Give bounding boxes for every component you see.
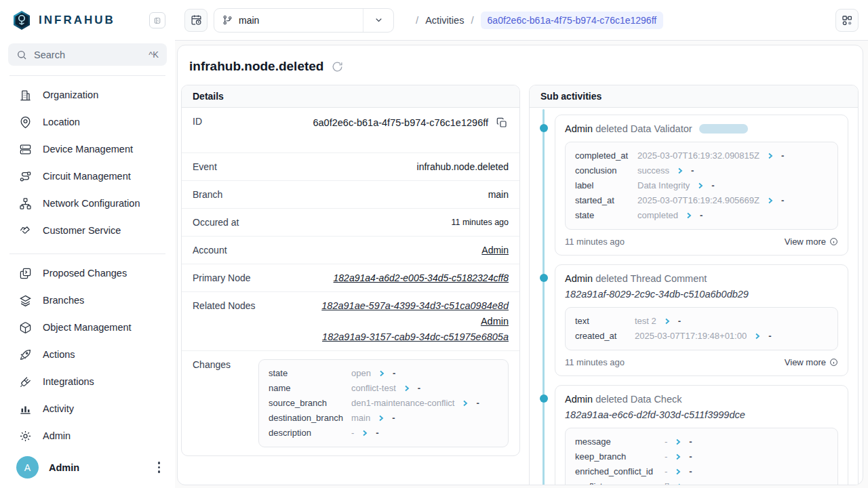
detail-row-related-nodes: Related Nodes 182a91ae-597a-4399-34d3-c5…	[182, 291, 519, 350]
sidebar-item-device-management[interactable]: Device Management	[0, 136, 175, 163]
change-old-value: conflict-test	[351, 381, 396, 396]
sidebar-item-network-configuration[interactable]: Network Configuration	[0, 190, 175, 217]
related-node-link[interactable]: Admin	[481, 316, 509, 327]
sidebar-collapse-button[interactable]	[149, 12, 165, 28]
sidebar-item-object-management[interactable]: Object Management	[0, 314, 175, 341]
change-row: destination_branch main -	[269, 411, 498, 426]
details-panel-title: Details	[182, 85, 519, 108]
change-new-value: -	[393, 366, 395, 381]
timeline-dot	[540, 394, 548, 403]
prop-row: text test 2 -	[575, 314, 828, 329]
chevron-right-icon	[675, 453, 682, 460]
chevron-right-icon	[675, 439, 682, 445]
timeline-line	[542, 109, 545, 485]
primary-node-link[interactable]: 182a91a4-a6d2-e005-34d5-c5182324cff8	[334, 272, 509, 283]
prop-new-value: -	[678, 314, 681, 329]
refresh-button[interactable]	[330, 60, 344, 74]
plug-icon	[19, 375, 32, 388]
prop-key: created_at	[575, 329, 635, 344]
change-new-value: -	[418, 381, 420, 396]
sidebar-item-location[interactable]: Location	[0, 108, 175, 136]
branch-selector[interactable]: main	[214, 8, 394, 33]
activity-action: deleted Data Validator	[595, 123, 692, 134]
change-key: description	[269, 426, 351, 441]
sidebar-item-label: Actions	[43, 349, 75, 360]
breadcrumb-activity-id[interactable]: 6a0f2e6c-b61a-4f75-b974-c76c1e1296ff	[481, 12, 664, 29]
activity-actor: Admin	[565, 273, 593, 284]
infrahub-logo-icon	[11, 9, 33, 31]
detail-row-changes: Changes state open - name conflict-test	[182, 350, 519, 455]
chevron-right-icon	[403, 385, 410, 392]
detail-row-occured-at: Occured at 11 minutes ago	[182, 208, 519, 236]
handshake-icon	[19, 224, 32, 237]
copy-icon	[496, 117, 507, 128]
sidebar-item-admin[interactable]: Admin	[0, 422, 175, 449]
activity-footer: 11 minutes ago View more	[565, 237, 838, 247]
prop-new-value: -	[781, 193, 784, 208]
prop-old-value: Data Integrity	[637, 178, 690, 193]
sidebar-item-circuit-management[interactable]: Circuit Management	[0, 163, 175, 190]
prop-old-value: []	[665, 479, 669, 485]
account-link[interactable]: Admin	[481, 245, 509, 256]
sidebar-item-branches[interactable]: Branches	[0, 287, 175, 314]
sidebar-item-label: Activity	[43, 403, 74, 414]
prop-new-value: -	[689, 464, 692, 479]
breadcrumb: / Activities / 6a0f2e6c-b61a-4f75-b974-c…	[409, 12, 835, 29]
sidebar-item-activity[interactable]: Activity	[0, 395, 175, 422]
sidebar-item-label: Admin	[43, 430, 71, 441]
search-input[interactable]: Search ^K	[8, 43, 167, 66]
detail-row-branch: Branch main	[182, 180, 519, 208]
chevron-right-icon	[664, 318, 671, 325]
main-area: main / Activities / 6a0f2e6c-b61a-4f75-b…	[175, 0, 868, 488]
change-key: state	[269, 366, 351, 381]
sidebar-nav-main: Organization Location Device Management …	[0, 76, 175, 253]
sidebar-item-label: Object Management	[43, 322, 132, 333]
prop-key: message	[575, 434, 665, 449]
related-node-link[interactable]: 182a91a9-3157-cab9-34dc-c51975e6805a	[322, 331, 509, 342]
prop-key: conflicts	[575, 479, 665, 485]
sidebar-item-actions[interactable]: Actions	[0, 341, 175, 368]
change-key: destination_branch	[269, 411, 351, 426]
prop-old-value: -	[665, 449, 667, 464]
cube-icon	[19, 321, 32, 334]
page-title: infrahub.node.deleted	[189, 59, 323, 74]
change-row: name conflict-test -	[269, 381, 498, 396]
git-branch-icon	[222, 15, 233, 25]
detail-id-value: 6a0f2e6c-b61a-4f75-b974-c76c1e1296ff	[313, 117, 488, 128]
activity-props-box: completed_at 2025-03-07T16:19:32.090815Z…	[565, 142, 838, 230]
sidebar-item-label: Location	[43, 117, 80, 127]
view-more-button[interactable]: View more	[785, 237, 838, 247]
timeline-dot	[540, 124, 548, 132]
detail-row-primary-node: Primary Node 182a91a4-a6d2-e005-34d5-c51…	[182, 264, 519, 291]
activity-subject-id: 182a91aa-e6c6-d2fd-303d-c511f3999dce	[565, 409, 838, 420]
bar-chart-icon	[19, 403, 32, 415]
chevron-right-icon	[675, 468, 682, 475]
time-travel-button[interactable]	[184, 9, 208, 32]
activity-subject-id: 182a91af-8029-2c9c-34db-c510a6b0db29	[565, 289, 838, 300]
prop-old-value: -	[665, 434, 667, 449]
breadcrumb-separator: /	[464, 14, 480, 26]
related-node-link[interactable]: 182a91ae-597a-4399-34d3-c51ca0984e8d	[321, 300, 509, 311]
change-old-value: -	[351, 426, 354, 441]
sidebar-item-proposed-changes[interactable]: Proposed Changes	[0, 260, 175, 287]
user-menu[interactable]: A Admin	[0, 449, 175, 488]
breadcrumb-activities-link[interactable]: Activities	[425, 15, 464, 26]
activity-actor: Admin	[565, 123, 593, 134]
user-options-button[interactable]	[154, 459, 165, 476]
schema-visualizer-button[interactable]	[835, 9, 859, 32]
sidebar-item-customer-service[interactable]: Customer Service	[0, 217, 175, 244]
activity-props-box: message - - keep_branch - -	[565, 428, 838, 485]
sidebar-item-organization[interactable]: Organization	[0, 81, 175, 108]
prop-new-value: -	[689, 434, 692, 449]
change-row: state open -	[269, 366, 498, 381]
change-old-value: open	[351, 366, 371, 381]
sidebar-item-integrations[interactable]: Integrations	[0, 368, 175, 395]
change-new-value: -	[376, 426, 378, 441]
prop-new-value: -	[689, 449, 692, 464]
prop-old-value: test 2	[635, 314, 656, 329]
view-more-button[interactable]: View more	[785, 357, 838, 367]
layers-icon	[19, 294, 32, 307]
copy-id-button[interactable]	[495, 116, 509, 129]
branch-selected-value: main	[239, 15, 259, 26]
prop-old-value: -	[665, 464, 667, 479]
